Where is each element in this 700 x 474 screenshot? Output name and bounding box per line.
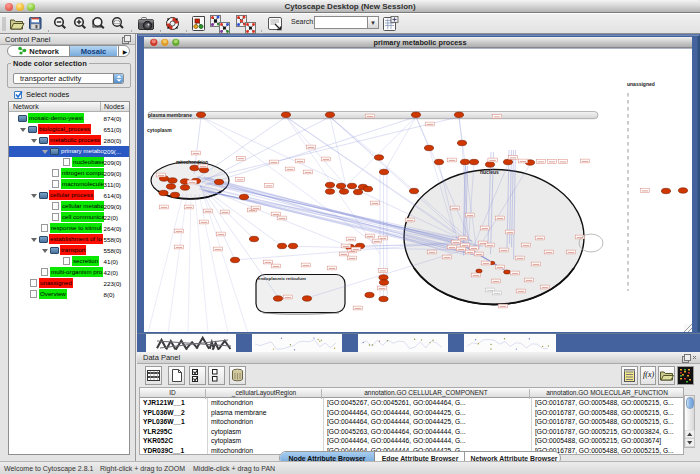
svg-text:primary metabolic process: primary metabolic process: [374, 38, 467, 47]
svg-text:unassigned: unassigned: [627, 81, 655, 87]
svg-text:nucleus: nucleus: [480, 169, 499, 175]
svg-text:plasma membrane: plasma membrane: [148, 112, 192, 118]
svg-text:cytoplasm: cytoplasm: [147, 127, 172, 133]
